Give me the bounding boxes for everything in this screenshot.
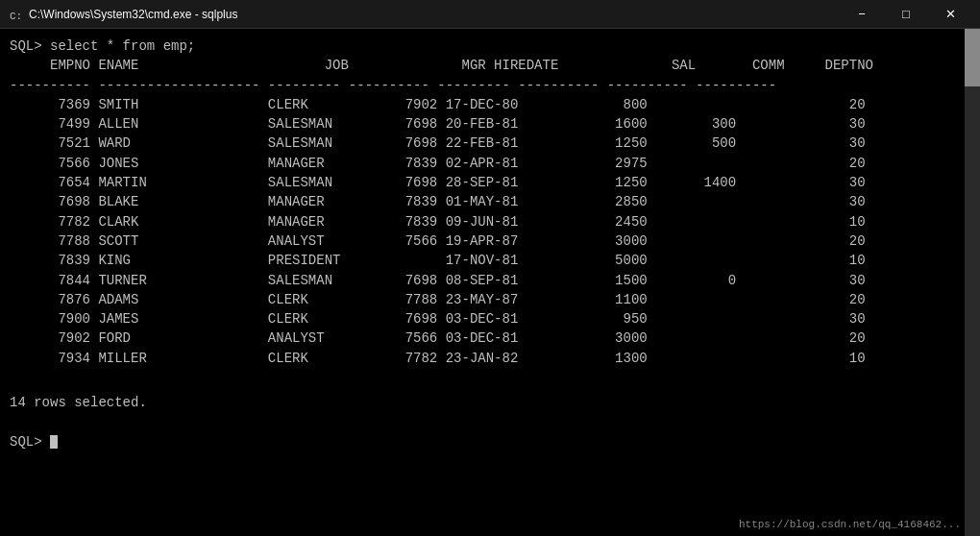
table-row: 7499 ALLEN SALESMAN 7698 20-FEB-81 1600 … [10,114,970,134]
table-row: 7698 BLAKE MANAGER 7839 01-MAY-81 2850 3… [10,192,970,211]
window-controls: − □ ✕ [840,0,972,29]
window-title: C:\Windows\System32\cmd.exe - sqlplus [29,8,237,21]
maximize-button[interactable]: □ [884,0,928,29]
table-row: 7782 CLARK MANAGER 7839 09-JUN-81 2450 1… [10,212,970,231]
table-row: 7839 KING PRESIDENT 17-NOV-81 5000 10 [10,251,970,270]
svg-text:C:: C: [10,11,22,22]
table-row: 7934 MILLER CLERK 7782 23-JAN-82 1300 10 [10,349,970,368]
status-line: 14 rows selected. [10,374,970,432]
table-row: 7902 FORD ANALYST 7566 03-DEC-81 3000 20 [10,329,970,348]
table-row: 7521 WARD SALESMAN 7698 22-FEB-81 1250 5… [10,134,970,153]
close-button[interactable]: ✕ [928,0,972,29]
terminal: SQL> select * from emp; EMPNO ENAME JOB … [0,29,980,536]
table-row: 7654 MARTIN SALESMAN 7698 28-SEP-81 1250… [10,173,970,192]
footer-url: https://blog.csdn.net/qq_4168462... [739,519,961,530]
table-row: 7369 SMITH CLERK 7902 17-DEC-80 800 20 [10,95,970,114]
sql-command-line: SQL> select * from emp; [10,37,970,56]
table-row: 7844 TURNER SALESMAN 7698 08-SEP-81 1500… [10,271,970,290]
column-headers: EMPNO ENAME JOB MGR HIREDATE SAL COMM DE… [10,56,970,75]
header-separator: ---------- -------------------- --------… [10,76,970,95]
cursor [50,435,58,449]
scrollbar-thumb[interactable] [965,29,980,86]
scrollbar[interactable] [965,29,980,536]
table-row: 7566 JONES MANAGER 7839 02-APR-81 2975 2… [10,154,970,173]
table-row: 7876 ADAMS CLERK 7788 23-MAY-87 1100 20 [10,290,970,309]
title-bar: C: C:\Windows\System32\cmd.exe - sqlplus… [0,0,980,29]
table-row: 7900 JAMES CLERK 7698 03-DEC-81 950 30 [10,309,970,329]
minimize-button[interactable]: − [840,0,884,29]
prompt-line: SQL> [10,432,970,451]
cmd-icon: C: [8,7,23,22]
table-row: 7788 SCOTT ANALYST 7566 19-APR-87 3000 2… [10,231,970,251]
